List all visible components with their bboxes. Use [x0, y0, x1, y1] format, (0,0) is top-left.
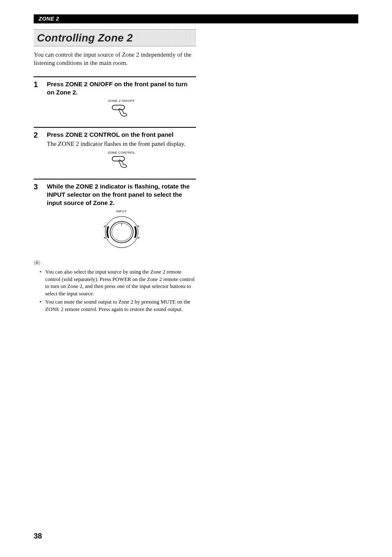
- step-3: 3 While the ZONE 2 indicator is flashing…: [34, 180, 196, 256]
- page-title: Controlling Zone 2: [34, 32, 133, 44]
- tips-list: You can also select the input source by …: [34, 268, 196, 313]
- step-heading: Press ZONE 2 CONTROL on the front panel: [47, 131, 196, 139]
- step-heading: Press ZONE 2 ON/OFF on the front panel t…: [47, 80, 196, 97]
- tip-item: You can mute the sound output to Zone 2 …: [39, 298, 196, 313]
- step-diagram: INPUT: [47, 209, 196, 249]
- tip-item: You can also select the input source by …: [39, 268, 196, 297]
- step-diagram: ZONE CONTROL: [47, 151, 196, 172]
- button-press-icon: [111, 156, 132, 170]
- step-diagram: ZONE 2 ON/OFF: [47, 99, 196, 120]
- svg-rect-0: [112, 105, 125, 110]
- step-body: While the ZONE 2 indicator is flashing, …: [47, 182, 196, 251]
- step-number: 1: [34, 80, 47, 122]
- section-header-bar: ZONE 2: [34, 14, 358, 23]
- dial-icon: [47, 215, 196, 249]
- svg-line-7: [35, 261, 35, 262]
- svg-line-12: [39, 264, 39, 265]
- diagram-label: ZONE 2 ON/OFF: [47, 99, 196, 104]
- svg-line-8: [39, 261, 39, 262]
- svg-point-4: [112, 223, 131, 241]
- diagram-label: ZONE CONTROL: [47, 151, 196, 155]
- page-number: 38: [34, 532, 42, 541]
- step-subtext: The ZONE 2 indicator flashes in the fron…: [47, 140, 196, 148]
- step-body: Press ZONE 2 ON/OFF on the front panel t…: [47, 80, 196, 122]
- step-body: Press ZONE 2 CONTROL on the front panel …: [47, 131, 196, 174]
- page-title-box: Controlling Zone 2: [34, 29, 196, 46]
- svg-line-11: [35, 264, 35, 265]
- svg-rect-1: [112, 157, 125, 161]
- step-1: 1 Press ZONE 2 ON/OFF on the front panel…: [34, 77, 196, 127]
- step-2: 2 Press ZONE 2 CONTROL on the front pane…: [34, 128, 196, 179]
- section-label: ZONE 2: [39, 16, 59, 22]
- step-number: 2: [34, 131, 47, 174]
- button-press-icon: [111, 104, 132, 118]
- svg-point-13: [36, 262, 38, 264]
- step-heading: While the ZONE 2 indicator is flashing, …: [47, 182, 196, 207]
- step-number: 3: [34, 182, 47, 251]
- tip-icon: [34, 260, 358, 267]
- intro-paragraph: You can control the input source of Zone…: [34, 51, 196, 67]
- diagram-label: INPUT: [47, 209, 196, 214]
